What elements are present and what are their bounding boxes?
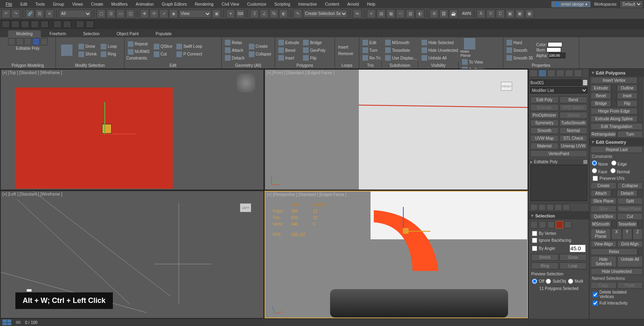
grp-title-edit[interactable]: Edit — [126, 62, 220, 68]
qslice-button[interactable]: QSlice — [152, 43, 174, 50]
menu-interactive[interactable]: Interactive — [294, 1, 321, 7]
eg-hideunsel-button[interactable]: Hide Unselected — [591, 268, 643, 275]
render-setup-button[interactable]: ⚙ — [430, 9, 439, 18]
menu-civil-view[interactable]: Civil View — [218, 1, 243, 7]
attach-button[interactable]: Attach — [223, 47, 246, 54]
eg-hidesel-button[interactable]: Hide Selected — [591, 256, 616, 267]
redo-button[interactable]: ↷ — [11, 9, 20, 18]
ep-bridge-button[interactable]: Bridge — [591, 100, 611, 107]
qa-btn-3[interactable] — [21, 21, 29, 28]
subobj-vertex-icon[interactable] — [8, 38, 15, 45]
time-slider-thumb[interactable] — [15, 320, 21, 324]
create-tab-icon[interactable] — [530, 70, 538, 77]
color-swatch[interactable] — [548, 42, 562, 47]
mod-material[interactable]: Material — [530, 143, 559, 149]
viewport-top-label[interactable]: [+] [Top ] [Standard ] [Wireframe ] — [2, 70, 62, 75]
turn-button[interactable]: Turn — [617, 131, 643, 138]
qa-btn-7[interactable] — [63, 21, 71, 28]
shrink-button[interactable]: Shrink — [77, 51, 98, 58]
menu-edit[interactable]: Edit — [16, 1, 31, 7]
eg-cut-button[interactable]: Cut — [617, 213, 643, 220]
mod-stlcheck[interactable]: STL Check — [559, 135, 588, 142]
sel-grow-button[interactable]: Grow — [559, 254, 587, 261]
geopoly-button[interactable]: GeoPoly — [301, 47, 327, 54]
spinner-snap-button[interactable]: ◐ — [279, 9, 288, 18]
menu-views[interactable]: Views — [68, 1, 87, 7]
sel-border-icon[interactable] — [547, 221, 555, 228]
percent-snap-button[interactable]: % — [269, 9, 278, 18]
ribbon-tab-populate[interactable]: Populate — [148, 30, 180, 37]
qa-btn-2[interactable] — [11, 21, 19, 28]
sel-edge-icon[interactable] — [539, 221, 546, 228]
slice-button[interactable]: Slice — [591, 205, 616, 212]
modifier-list-dropdown[interactable]: Modifier List — [530, 87, 588, 94]
planar-z-button[interactable]: Z — [633, 228, 643, 240]
mod-smooth[interactable]: Smooth — [530, 127, 559, 134]
illum-swatch[interactable] — [547, 47, 561, 52]
preview-subobj-radio[interactable] — [546, 279, 551, 284]
viewport-left-label[interactable]: [+] [Left ] [Standard ] [Wireframe ] — [2, 192, 62, 196]
create-button[interactable]: Create — [247, 43, 273, 50]
object-color-swatch[interactable] — [583, 79, 588, 86]
ep-bevel-button[interactable]: Bevel — [591, 92, 611, 99]
preview-multi-radio[interactable] — [568, 279, 573, 284]
preserve-uvs-checkbox[interactable] — [593, 176, 598, 181]
user-account-button[interactable]: emiel sleege ▾ — [551, 1, 591, 7]
menu-rendering[interactable]: Rendering — [191, 1, 218, 7]
retriangulate-button[interactable]: Retriangulate — [591, 131, 616, 138]
inset-button[interactable]: Inset — [277, 54, 301, 62]
persp-gizmo-z[interactable] — [403, 207, 404, 231]
make-unique-icon[interactable] — [547, 204, 554, 211]
sel-loop-button[interactable]: Loop — [559, 262, 587, 269]
eg-detach-button[interactable]: Detach — [617, 190, 638, 197]
viewcube-top[interactable] — [237, 74, 255, 92]
placement-button[interactable]: ◉ — [169, 9, 178, 18]
pconnect-button[interactable]: P Connect — [175, 51, 204, 58]
hinge-button[interactable]: Hinge From Edge — [591, 108, 638, 115]
extra2-button[interactable]: ▣ — [515, 9, 524, 18]
outline-settings[interactable] — [638, 85, 643, 92]
attach-settings[interactable] — [612, 190, 616, 197]
edit-geometry-header[interactable]: Edit Geometry — [589, 138, 644, 146]
ep-extrude-button[interactable]: Extrude — [591, 85, 611, 92]
move-button[interactable]: ✥ — [140, 9, 149, 18]
menu-arnold[interactable]: Arnold — [343, 1, 363, 7]
extrude-spline-button[interactable]: Extrude Along Spline — [591, 115, 638, 122]
extrude-spline-settings[interactable] — [638, 115, 643, 122]
open-autodesk-button[interactable]: A — [477, 9, 485, 18]
extrude-settings[interactable] — [612, 85, 616, 92]
remove-loop-button[interactable]: Remove — [337, 51, 355, 57]
edit-polygons-header[interactable]: Edit Polygons — [589, 69, 644, 77]
view-align-button[interactable]: View Align — [591, 241, 616, 247]
ribbon-tab-selection[interactable]: Selection — [75, 30, 108, 37]
edit-tri-button[interactable]: Edit Triangulation — [591, 123, 643, 130]
menu-animation[interactable]: Animation — [132, 1, 158, 7]
sel-ring-button[interactable]: Ring — [531, 262, 559, 269]
retri-button[interactable]: Re-Tri — [361, 54, 382, 62]
select-object-button[interactable]: ▢ — [97, 9, 106, 18]
subobj-polygon-icon[interactable] — [32, 38, 40, 45]
extrude-button[interactable]: Extrude — [277, 39, 301, 46]
selection-rollout-header[interactable]: Selection — [529, 212, 589, 219]
mod-extrude[interactable]: Extrude — [530, 104, 559, 111]
grp-title-polygons[interactable]: Polygons — [277, 62, 333, 68]
paste-sel-button[interactable]: Paste — [617, 282, 643, 289]
full-inter-checkbox[interactable] — [593, 300, 598, 306]
unhide-button[interactable]: Unhide All — [420, 54, 460, 62]
link-button[interactable]: 🔗 — [25, 9, 34, 18]
toview-button[interactable]: To View — [460, 58, 485, 66]
bevel-settings[interactable] — [612, 92, 616, 99]
alpha-spinner[interactable] — [549, 53, 566, 58]
mod-proopt[interactable]: ProOptimizer — [530, 112, 559, 119]
qa-btn-5[interactable] — [40, 21, 49, 28]
bridge-button[interactable]: Bridge — [301, 39, 327, 46]
subobj-edge-icon[interactable] — [16, 38, 23, 45]
vray-button[interactable]: V — [486, 9, 495, 18]
ignore-backfacing-checkbox[interactable] — [532, 238, 537, 243]
snap-toggle-button[interactable]: 3 — [250, 9, 259, 18]
swiftloop-button[interactable]: Swift Loop — [175, 43, 204, 50]
nurms-button[interactable]: NURMS — [126, 48, 151, 55]
sel-element-icon[interactable] — [564, 221, 572, 228]
smooth-button[interactable]: Smooth — [505, 47, 534, 54]
show-result-icon[interactable] — [538, 204, 546, 211]
